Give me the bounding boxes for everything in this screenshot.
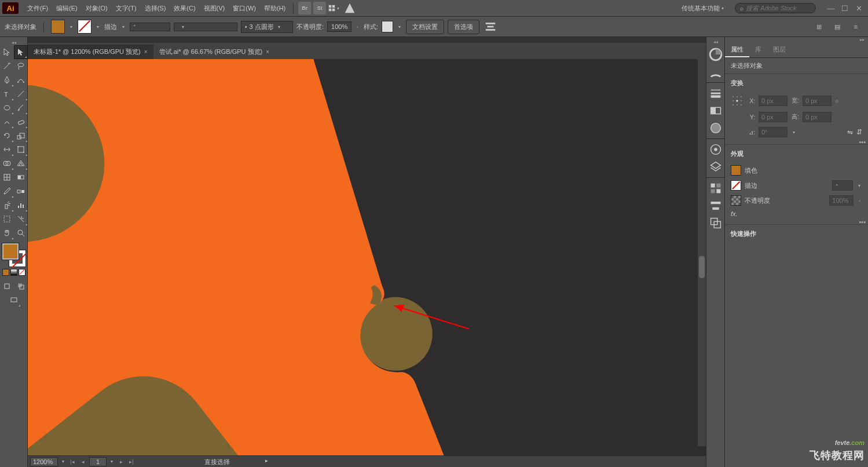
gpu-icon[interactable] (343, 2, 356, 14)
last-page-button[interactable]: ▸| (127, 458, 135, 466)
opacity-slider-toggle[interactable]: › (355, 24, 360, 30)
link-wh-icon[interactable]: ⎆ (835, 97, 839, 104)
w-input[interactable]: 0 px (803, 96, 832, 106)
symbol-sprayer-tool[interactable] (0, 198, 14, 212)
maximize-button[interactable]: ☐ (838, 3, 852, 13)
search-input[interactable] (746, 5, 811, 12)
menu-help[interactable]: 帮助(H) (260, 0, 290, 16)
arrange-docs-icon[interactable]: ▾ (328, 2, 341, 14)
angle-input[interactable]: 0° (759, 127, 788, 137)
canvas[interactable] (28, 59, 706, 455)
hand-tool[interactable] (0, 226, 14, 240)
appearance-panel-icon[interactable] (708, 141, 724, 158)
screen-mode[interactable] (7, 293, 21, 307)
menu-edit[interactable]: 编辑(E) (52, 0, 82, 16)
menu-object[interactable]: 对象(O) (82, 0, 112, 16)
tab-layers[interactable]: 图层 (767, 43, 792, 57)
fill-stroke-indicator[interactable] (2, 243, 25, 267)
menu-effect[interactable]: 效果(C) (170, 0, 199, 16)
layers-panel-icon[interactable] (708, 159, 724, 175)
curvature-tool[interactable] (14, 73, 28, 87)
perspective-tool[interactable] (14, 156, 28, 170)
color-mode-gradient[interactable] (10, 269, 17, 276)
type-tool[interactable]: T (0, 87, 14, 101)
menu-window[interactable]: 窗口(W) (229, 0, 260, 16)
direct-selection-tool[interactable] (14, 45, 28, 59)
tab-close-icon[interactable]: × (266, 49, 269, 55)
stroke-weight-prop[interactable]: ⌃ (832, 180, 853, 191)
flip-h-icon[interactable]: ⇋ (847, 128, 853, 136)
color-mode-solid[interactable] (2, 269, 9, 276)
horizontal-scrollbar[interactable]: 直接选择 ▸ (173, 458, 669, 466)
tab-close-icon[interactable]: × (144, 49, 148, 55)
y-input[interactable]: 0 px (759, 112, 788, 122)
stroke-dropdown[interactable]: ▾ (95, 24, 101, 30)
free-transform-tool[interactable] (14, 143, 28, 156)
prev-page-button[interactable]: ◂ (79, 458, 87, 466)
fill-dropdown[interactable]: ▾ (68, 24, 74, 30)
menu-type[interactable]: 文字(T) (112, 0, 141, 16)
mesh-tool[interactable] (0, 170, 14, 184)
opacity-input[interactable]: 100% (327, 21, 351, 32)
color-guide-icon[interactable] (708, 64, 724, 80)
stroke-panel-icon[interactable] (708, 85, 724, 101)
scale-tool[interactable] (14, 129, 28, 143)
fx-label[interactable]: fx. (731, 210, 738, 217)
dock-collapse[interactable]: ◂◂ (706, 39, 724, 45)
zoom-tool[interactable] (14, 226, 28, 240)
appearance-more-icon[interactable]: ••• (859, 218, 866, 225)
magic-wand-tool[interactable] (0, 59, 14, 73)
lasso-tool[interactable] (14, 59, 28, 73)
width-tool[interactable] (0, 143, 14, 156)
fill-swatch[interactable] (51, 20, 65, 34)
opacity-slider-prop[interactable]: › (857, 198, 862, 203)
shaper-tool[interactable] (0, 115, 14, 129)
swatches-panel-icon[interactable] (708, 180, 724, 196)
brush-tool[interactable] (14, 101, 28, 115)
stroke-swatch-prop[interactable] (731, 180, 741, 191)
stroke-profile[interactable]: ▾ (174, 23, 237, 31)
scrollbar-thumb[interactable] (699, 256, 705, 278)
search-box[interactable]: ⌕ (735, 3, 816, 13)
slice-tool[interactable] (14, 212, 28, 226)
artboard-tool[interactable] (0, 212, 14, 226)
gradient-tool[interactable] (14, 170, 28, 184)
menu-view[interactable]: 视图(V) (200, 0, 229, 16)
close-button[interactable]: ✕ (852, 3, 866, 13)
preferences-button[interactable]: 首选项 (448, 20, 479, 34)
gradient-panel-icon[interactable] (708, 103, 724, 119)
stock-icon[interactable]: St (313, 2, 326, 14)
control-opt-2-icon[interactable]: ▤ (831, 20, 844, 33)
align-panel-icon[interactable] (708, 198, 724, 214)
x-input[interactable]: 0 px (759, 96, 788, 106)
flip-v-icon[interactable]: ⇵ (856, 128, 862, 136)
blend-tool[interactable] (14, 184, 28, 198)
fill-indicator[interactable] (2, 243, 19, 260)
toolbox-collapse[interactable]: ◂◂ (0, 39, 27, 45)
align-icon[interactable] (484, 20, 497, 33)
tab-libraries[interactable]: 库 (749, 43, 767, 57)
pathfinder-panel-icon[interactable] (708, 215, 724, 231)
eyedropper-tool[interactable] (0, 184, 14, 198)
panel-collapse[interactable]: ▸▸ (725, 37, 868, 43)
color-panel-icon[interactable] (708, 46, 724, 63)
vertical-scrollbar[interactable] (698, 59, 706, 446)
opacity-value-prop[interactable]: 100% (829, 195, 854, 206)
transform-more-icon[interactable]: ••• (859, 138, 866, 145)
bridge-icon[interactable]: Br (298, 2, 311, 14)
eraser-tool[interactable] (14, 115, 28, 129)
selection-tool[interactable] (0, 45, 14, 59)
next-page-button[interactable]: ▸ (117, 458, 125, 466)
stroke-style-drop[interactable]: ▾ (856, 183, 862, 188)
draw-mode-behind[interactable] (14, 279, 28, 293)
document-tab-2[interactable]: 尝试.ai* @ 66.67% (RGB/GPU 预览)× (153, 45, 276, 59)
h-input[interactable]: 0 px (803, 112, 832, 122)
ellipse-tool[interactable] (0, 101, 14, 115)
transparency-panel-icon[interactable] (708, 120, 724, 136)
workspace-switcher[interactable]: 传统基本功能▾ (677, 4, 730, 13)
stroke-weight-input[interactable]: ⌃ (130, 23, 170, 31)
doc-setup-button[interactable]: 文档设置 (406, 20, 444, 34)
page-number[interactable]: 1 (89, 457, 107, 466)
panel-menu-icon[interactable]: ≡ (849, 20, 862, 33)
tool-play-icon[interactable]: ▸ (265, 458, 268, 464)
